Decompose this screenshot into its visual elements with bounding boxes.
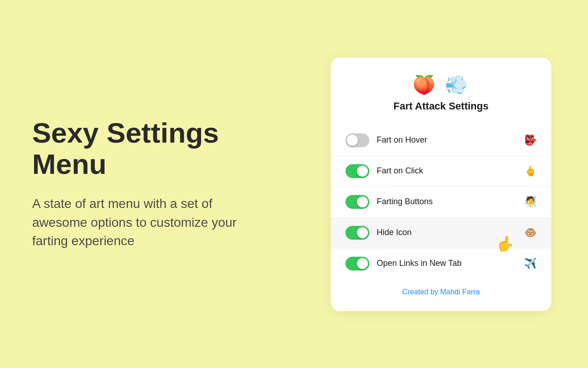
cursor-pointer-icon: 👆 — [496, 235, 514, 253]
setting-row-hide-icon: Hide Icon🐵👆 — [331, 218, 551, 248]
setting-icon-fart-on-hover: 👺 — [524, 134, 537, 146]
setting-icon-hide-icon: 🐵 — [524, 227, 537, 239]
card-header: 🍑 💨 Fart Attack Settings — [331, 74, 551, 112]
toggle-fart-on-click[interactable] — [345, 164, 369, 178]
card-title: Fart Attack Settings — [393, 100, 488, 112]
settings-list: Fart on Hover👺Fart on Click🖕Farting Butt… — [331, 125, 551, 279]
page-subtitle: A state of art menu with a set of awesom… — [32, 195, 262, 251]
toggle-open-links-new-tab[interactable] — [345, 257, 369, 270]
toggle-hide-icon[interactable] — [345, 226, 369, 240]
left-panel: Sexy Settings Menu A state of art menu w… — [0, 0, 294, 368]
setting-label-fart-on-hover: Fart on Hover — [377, 135, 518, 145]
setting-icon-farting-buttons: 🧖 — [524, 196, 537, 208]
toggle-thumb-fart-on-click — [357, 166, 368, 177]
setting-row-fart-on-hover: Fart on Hover👺 — [331, 125, 551, 156]
setting-row-fart-on-click: Fart on Click🖕 — [331, 156, 551, 187]
setting-icon-fart-on-click: 🖕 — [524, 165, 537, 177]
toggle-thumb-farting-buttons — [357, 196, 368, 207]
setting-icon-open-links-new-tab: ✈️ — [524, 258, 537, 270]
setting-label-fart-on-click: Fart on Click — [377, 166, 518, 176]
card-footer: Created by Mahdi Farra — [331, 279, 551, 296]
toggle-fart-on-hover[interactable] — [345, 133, 369, 147]
setting-label-farting-buttons: Farting Buttons — [377, 197, 518, 207]
toggle-farting-buttons[interactable] — [345, 195, 369, 209]
setting-label-open-links-new-tab: Open Links in New Tab — [377, 259, 518, 268]
setting-row-open-links-new-tab: Open Links in New Tab✈️ — [331, 248, 551, 279]
setting-row-farting-buttons: Farting Buttons🧖 — [331, 187, 551, 218]
settings-card: 🍑 💨 Fart Attack Settings Fart on Hover👺F… — [331, 58, 551, 311]
toggle-thumb-hide-icon — [357, 227, 368, 238]
toggle-thumb-fart-on-hover — [347, 135, 358, 146]
header-emoji: 🍑 💨 — [413, 74, 469, 96]
footer-link[interactable]: Created by Mahdi Farra — [402, 288, 480, 296]
right-panel: 🍑 💨 Fart Attack Settings Fart on Hover👺F… — [294, 0, 588, 368]
toggle-thumb-open-links-new-tab — [357, 258, 368, 269]
page-title: Sexy Settings Menu — [32, 117, 262, 180]
